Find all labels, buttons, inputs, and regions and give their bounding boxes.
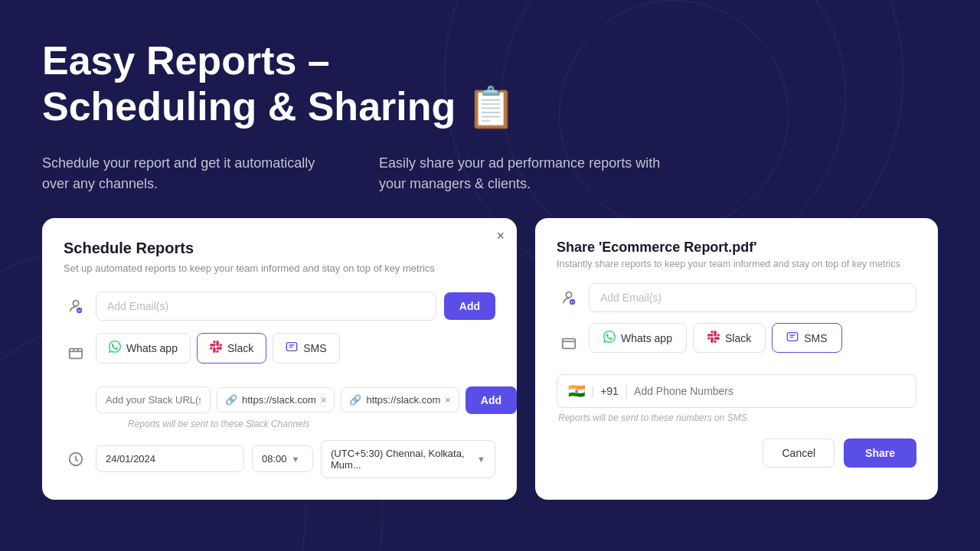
email-add-button[interactable]: Add (444, 292, 495, 320)
remove-url-1-button[interactable]: × (321, 394, 327, 406)
subtitle-row: Schedule your report and get it automati… (42, 153, 938, 196)
slack-url-2: https://slack.com (366, 394, 440, 406)
share-channel-icon (557, 331, 581, 356)
sms-tab-label: SMS (303, 342, 326, 354)
slack-tab[interactable]: Slack (197, 333, 266, 364)
sms-icon (286, 341, 298, 356)
schedule-channel-tabs: Whats app Slack SMS (96, 333, 340, 364)
schedule-reports-card: × Schedule Reports Set up automated repo… (42, 218, 517, 499)
slack-url-tag-1: 🔗 https://slack.com × (217, 387, 335, 412)
time-chevron-icon: ▼ (292, 455, 300, 464)
slack-url-input[interactable] (96, 386, 211, 413)
share-whatsapp-icon (603, 331, 616, 345)
remove-url-2-button[interactable]: × (445, 394, 451, 406)
whatsapp-tab-label: Whats app (126, 342, 178, 354)
share-email-input[interactable] (589, 283, 916, 312)
sms-note: Reports will be sent to these numbers on… (558, 412, 916, 423)
slack-icon (210, 341, 222, 356)
sms-tab[interactable]: SMS (273, 333, 339, 364)
svg-point-0 (73, 300, 78, 305)
share-slack-label: Slack (725, 332, 751, 344)
email-input-row: Add (64, 292, 495, 321)
slack-note: Reports will be sent to these Slack Chan… (128, 419, 495, 429)
channel-row-icon (64, 341, 88, 366)
share-card-subtitle: Instantly share reports to keep your tea… (557, 259, 916, 269)
slack-url-tag-2: 🔗 https://slack.com × (341, 387, 459, 412)
subtitle-right: Easily share your ad performance reports… (379, 153, 670, 196)
link-icon-2: 🔗 (349, 394, 361, 406)
clipboard-emoji: 📋 (466, 87, 516, 127)
date-input[interactable] (96, 445, 244, 472)
hero-title-line1: Easy Reports – (42, 38, 330, 83)
share-button[interactable]: Share (844, 439, 916, 468)
email-row-icon (64, 294, 88, 318)
timezone-chevron-icon: ▼ (477, 455, 485, 464)
svg-rect-7 (563, 338, 576, 348)
share-email-icon (557, 285, 581, 310)
share-slack-icon (707, 331, 720, 345)
svg-point-5 (566, 292, 571, 298)
timezone-value: (UTC+5:30) Chennai, Kolkata, Mum... (331, 448, 472, 471)
share-whatsapp-label: Whats app (621, 332, 672, 344)
share-sms-label: SMS (804, 332, 827, 344)
hero-title: Easy Reports – Scheduling & Sharing 📋 (42, 38, 938, 130)
subtitle-left: Schedule your report and get it automati… (42, 153, 333, 196)
slack-add-button[interactable]: Add (466, 386, 517, 414)
schedule-card-title: Schedule Reports (64, 240, 495, 257)
whatsapp-icon (109, 341, 121, 356)
india-flag-icon: 🇮🇳 (568, 383, 585, 399)
close-button[interactable]: × (496, 229, 505, 243)
hero-title-line2: Scheduling & Sharing (42, 84, 456, 130)
phone-number-row: 🇮🇳 | +91 | (557, 374, 916, 408)
share-email-row (557, 283, 916, 312)
slack-tab-label: Slack (227, 342, 253, 354)
timezone-select[interactable]: (UTC+5:30) Chennai, Kolkata, Mum... ▼ (321, 440, 495, 478)
share-channel-tabs: Whats app Slack SMS (589, 323, 842, 353)
time-value: 08:00 (262, 453, 287, 465)
whatsapp-tab[interactable]: Whats app (96, 333, 191, 364)
svg-rect-2 (70, 348, 83, 358)
channel-tabs-row: Whats app Slack SMS (64, 333, 495, 374)
share-sms-tab[interactable]: SMS (772, 323, 841, 353)
clock-icon (64, 447, 88, 471)
slack-url-1: https://slack.com (242, 394, 316, 406)
schedule-card-subtitle: Set up automated reports to keep your te… (64, 262, 495, 276)
cancel-button[interactable]: Cancel (763, 439, 835, 468)
phone-divider: | (591, 384, 594, 398)
time-select[interactable]: 08:00 ▼ (252, 445, 313, 472)
country-code: +91 (600, 385, 619, 397)
share-whatsapp-tab[interactable]: Whats app (589, 323, 687, 353)
email-input[interactable] (96, 292, 436, 321)
share-slack-tab[interactable]: Slack (693, 323, 766, 353)
share-channel-row: Whats app Slack SMS (557, 323, 916, 364)
link-icon-1: 🔗 (225, 394, 237, 406)
phone-number-input[interactable] (634, 385, 905, 397)
share-card-title: Share 'Ecommerce Report.pdf' (557, 240, 916, 256)
cards-row: × Schedule Reports Set up automated repo… (42, 218, 938, 499)
share-report-card: Share 'Ecommerce Report.pdf' Instantly s… (535, 218, 938, 499)
share-footer: Cancel Share (557, 439, 916, 468)
slack-urls-row: 🔗 https://slack.com × 🔗 https://slack.co… (96, 386, 495, 414)
datetime-row: 08:00 ▼ (UTC+5:30) Chennai, Kolkata, Mum… (64, 440, 495, 478)
share-sms-icon (786, 331, 799, 345)
